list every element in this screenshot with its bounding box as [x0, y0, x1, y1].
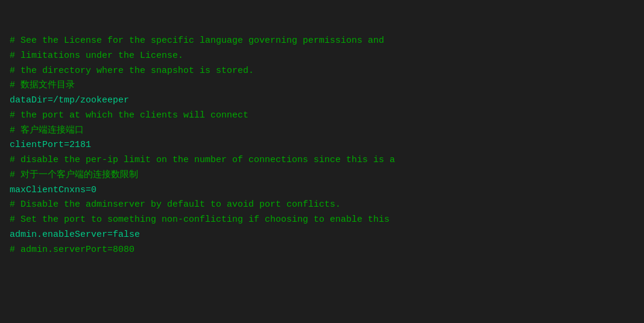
code-keyvalue: dataDir=/tmp/zookeeper — [10, 93, 634, 108]
code-comment: # See the License for the specific langu… — [10, 34, 634, 49]
code-comment: # 客户端连接端口 — [10, 124, 634, 139]
code-keyvalue: clientPort=2181 — [10, 138, 634, 153]
code-editor: # See the License for the specific langu… — [0, 0, 644, 262]
code-keyvalue: maxClientCnxns=0 — [10, 183, 634, 198]
code-comment: # Set the port to something non-conflict… — [10, 213, 634, 228]
code-comment: # limitations under the License. — [10, 49, 634, 64]
code-comment: # admin.serverPort=8080 — [10, 243, 634, 258]
code-comment: # the directory where the snapshot is st… — [10, 64, 634, 79]
code-comment: # disable the per-ip limit on the number… — [10, 153, 634, 168]
code-comment: # the port at which the clients will con… — [10, 108, 634, 124]
code-keyvalue: admin.enableServer=false — [10, 228, 634, 243]
code-comment: # Disable the adminserver by default to … — [10, 198, 634, 213]
code-comment: # 对于一个客户端的连接数限制 — [10, 168, 634, 183]
code-comment: # 数据文件目录 — [10, 78, 634, 93]
